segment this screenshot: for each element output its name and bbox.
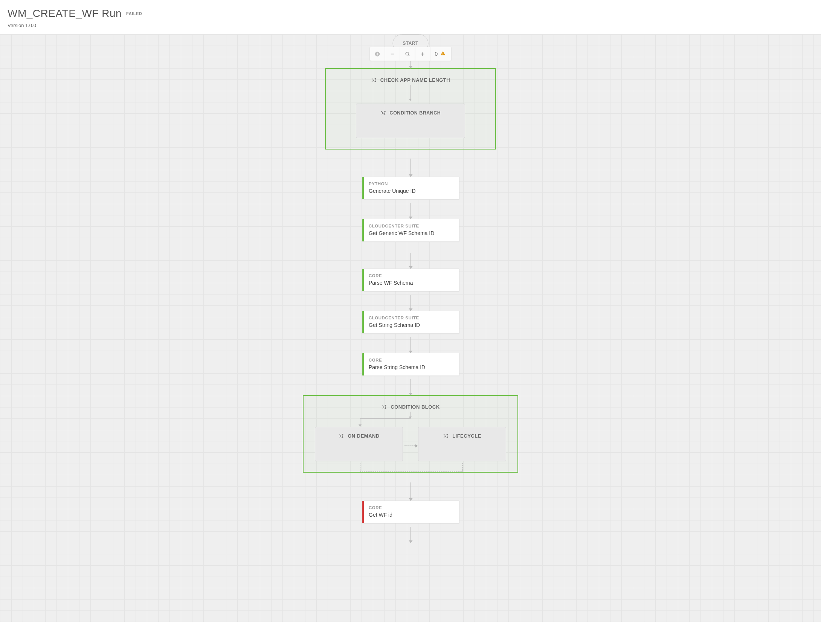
task-parse-string-schema-id[interactable]: CORE Parse String Schema ID: [361, 353, 460, 376]
svg-rect-6: [443, 53, 443, 54]
magnifier-icon: [405, 51, 410, 57]
task-name: Parse String Schema ID: [369, 364, 454, 371]
page-title: WM_CREATE_WF Run: [8, 8, 122, 20]
task-category: CORE: [369, 358, 454, 362]
connector: [410, 527, 411, 543]
dashed-connector: [360, 472, 463, 472]
connector: [360, 419, 410, 419]
svg-line-3: [408, 55, 409, 56]
connector: [410, 253, 411, 268]
shuffle-icon: [380, 110, 386, 116]
task-get-generic-wf-schema-id[interactable]: CLOUDCENTER SUITE Get Generic WF Schema …: [361, 219, 460, 242]
connector: [410, 337, 411, 353]
shuffle-icon: [381, 404, 387, 410]
connector: [410, 85, 411, 101]
task-category: CLOUDCENTER SUITE: [369, 224, 454, 228]
svg-rect-7: [443, 54, 443, 55]
connector: [410, 295, 411, 311]
workflow-canvas[interactable]: 0 START: [0, 34, 821, 622]
task-name: Get WF id: [369, 511, 454, 518]
task-category: CLOUDCENTER SUITE: [369, 316, 454, 320]
shuffle-icon: [443, 433, 449, 439]
plus-icon: [420, 51, 426, 57]
connector: [410, 159, 411, 176]
task-name: Parse WF Schema: [369, 279, 454, 287]
task-generate-unique-id[interactable]: PYTHON Generate Unique ID: [361, 176, 460, 199]
task-name: Get String Schema ID: [369, 322, 454, 329]
dashed-connector: [463, 463, 463, 472]
dashed-connector: [404, 446, 417, 446]
warning-icon: [440, 51, 446, 57]
task-category: PYTHON: [369, 181, 454, 186]
start-label: START: [403, 41, 418, 46]
connector: [410, 483, 411, 500]
connector: [410, 203, 411, 219]
condition-block[interactable]: CONDITION BLOCK ON DE: [303, 395, 518, 473]
shuffle-icon: [371, 77, 377, 83]
add-button[interactable]: [370, 47, 385, 61]
condition-title: CHECK APP NAME LENGTH: [380, 77, 450, 83]
task-name: Get Generic WF Schema ID: [369, 230, 454, 237]
dashed-connector: [360, 463, 360, 472]
task-get-wf-id[interactable]: CORE Get WF id: [361, 500, 460, 523]
task-parse-wf-schema[interactable]: CORE Parse WF Schema: [361, 268, 460, 291]
branch-label: ON DEMAND: [348, 433, 380, 439]
condition-title: CONDITION BLOCK: [391, 404, 440, 410]
zoom-fit-button[interactable]: [400, 47, 415, 61]
branch-label: LIFECYCLE: [452, 433, 481, 439]
condition-branch-on-demand[interactable]: ON DEMAND: [315, 427, 403, 462]
condition-block-check-app-name[interactable]: CHECK APP NAME LENGTH CONDITION BRANCH: [325, 68, 496, 150]
task-name: Generate Unique ID: [369, 187, 454, 195]
shuffle-icon: [338, 433, 344, 439]
condition-branch-lifecycle[interactable]: LIFECYCLE: [418, 427, 506, 462]
connector: [410, 412, 411, 419]
task-category: CORE: [369, 505, 454, 510]
condition-branch[interactable]: CONDITION BRANCH: [356, 104, 465, 138]
canvas-toolbar: 0: [370, 47, 452, 61]
version-text: Version 1.0.0: [8, 23, 813, 28]
status-badge: FAILED: [126, 11, 142, 17]
task-get-string-schema-id[interactable]: CLOUDCENTER SUITE Get String Schema ID: [361, 311, 460, 334]
warning-count: 0: [435, 51, 438, 57]
branch-label: CONDITION BRANCH: [390, 110, 441, 116]
zoom-out-button[interactable]: [385, 47, 400, 61]
task-category: CORE: [369, 273, 454, 278]
page-header: WM_CREATE_WF Run FAILED Version 1.0.0: [0, 0, 821, 34]
connector: [410, 379, 411, 395]
minus-icon: [390, 51, 395, 57]
svg-point-2: [406, 52, 409, 55]
warnings-indicator[interactable]: 0: [430, 47, 451, 61]
plus-circle-icon: [375, 51, 380, 57]
zoom-in-button[interactable]: [415, 47, 430, 61]
